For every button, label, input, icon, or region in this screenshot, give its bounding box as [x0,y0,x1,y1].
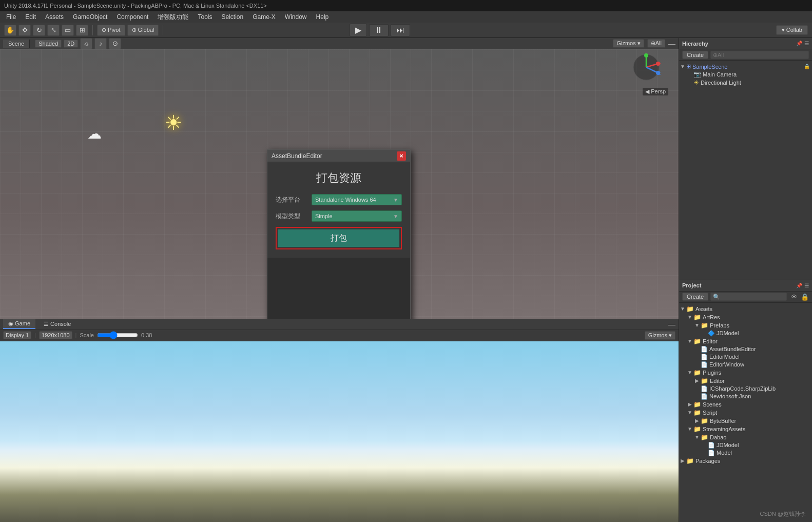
display-dropdown[interactable]: Display 1 [3,331,31,339]
scene-viewport: ☀ ☁ X Y Z [0,49,679,319]
project-assetbundleeditor[interactable]: 📄 AssetBundleEditor [679,345,812,353]
right-panels: Hierarchy 📌 ☰ Create ▼ ⊞ SampleScene 🔒 [679,38,812,522]
hierarchy-create-btn[interactable]: Create [682,51,708,59]
menu-enhanced[interactable]: 增强版功能 [153,12,192,23]
hierarchy-directional-light[interactable]: ☀ Directional Light [679,79,812,87]
pack-button[interactable]: 打包 [278,229,399,247]
platform-dropdown[interactable]: Standalone Windows 64 ▼ [312,194,402,205]
modal-close-button[interactable]: × [397,151,406,161]
project-editormodel[interactable]: 📄 EditorModel [679,353,812,361]
menu-assets[interactable]: Assets [41,12,68,22]
menu-gameobject[interactable]: GameObject [69,12,111,22]
rotate-tool-btn[interactable]: ↻ [33,25,45,36]
rect-tool-btn[interactable]: ▭ [62,25,74,36]
svg-point-8 [644,53,648,57]
menu-edit[interactable]: Edit [21,12,40,22]
project-bytebuffer[interactable]: ▶ 📁 ByteBuffer [679,417,812,425]
fx-toggle[interactable]: ⊙ [109,38,121,49]
audio-toggle[interactable]: ♪ [94,38,107,49]
project-editor-folder[interactable]: ▼ 📁 Editor [679,337,812,345]
project-scenes-folder[interactable]: ▶ 📁 Scenes [679,400,812,409]
menu-help[interactable]: Help [312,12,333,22]
game-display-bar: Display 1 | 1920x1080 | Scale 0.38 Gizmo… [0,330,679,341]
project-search-input[interactable] [710,293,787,301]
project-title: Project [682,282,796,288]
hierarchy-panel: Hierarchy 📌 ☰ Create ▼ ⊞ SampleScene 🔒 [679,38,812,280]
project-editor-sub-folder[interactable]: ▶ 📁 Editor [679,377,812,385]
project-dabao-folder[interactable]: ▼ 📁 Dabao [679,433,812,441]
hierarchy-pin-btn[interactable]: 📌 [796,41,802,46]
editor-sub-label: Editor [710,378,812,384]
project-newtonsoft[interactable]: 📄 Newtonsoft.Json [679,393,812,400]
menu-selction[interactable]: Selction [217,12,247,22]
bottom-split: ◉ Game ☰ Console — Display 1 | 1920x1080… [0,319,679,522]
2d-toggle[interactable]: 2D [64,40,78,48]
project-jdmodel-prefab[interactable]: 🔷 JDModel [679,330,812,337]
hierarchy-search-input[interactable] [710,51,809,59]
project-dabao-jdmodel[interactable]: 📄 JDModel [679,441,812,449]
assets-label: Assets [695,306,812,312]
project-menu-btn[interactable]: ☰ [804,283,809,288]
menu-gamex[interactable]: Game-X [248,12,280,22]
project-lock-btn[interactable]: 🔒 [801,293,809,301]
game-gizmos-dropdown[interactable]: Gizmos ▾ [645,331,675,340]
global-btn[interactable]: ⊕ Global [127,25,159,36]
game-tab[interactable]: ◉ Game [3,319,35,329]
resolution-dropdown[interactable]: 1920x1080 [39,331,72,339]
model-dropdown[interactable]: Simple ▼ [312,210,402,222]
transform-tool-btn[interactable]: ⊞ [76,25,88,36]
project-create-btn[interactable]: Create [682,293,708,301]
menu-bar: File Edit Assets GameObject Component 增强… [0,11,812,23]
persp-label[interactable]: ◀ Persp [643,88,668,95]
project-streamingassets-folder[interactable]: ▼ 📁 StreamingAssets [679,425,812,433]
menu-file[interactable]: File [2,12,20,22]
djm-label: JDModel [717,442,812,448]
console-tab[interactable]: ☰ Console [38,320,76,328]
menu-window[interactable]: Window [281,12,311,22]
hierarchy-menu-btn[interactable]: ☰ [804,41,809,46]
step-btn[interactable]: ⏭ [391,24,410,36]
game-minimize-btn[interactable]: — [668,320,675,328]
hierarchy-toolbar: Create [679,49,812,61]
project-editorwindow[interactable]: 📄 EditorWindow [679,361,812,369]
scene-tab[interactable]: Scene [3,40,30,48]
shading-dropdown[interactable]: Shaded [35,40,62,48]
project-icsharpcode[interactable]: 📄 ICSharpCode.SharpZipLib [679,385,812,393]
packages-arrow: ▶ [679,458,686,463]
pivot-btn[interactable]: ⊕ Pivot [97,25,125,36]
project-eye-btn[interactable]: 👁 [791,293,798,301]
project-pin-btn[interactable]: 📌 [796,283,802,288]
light-icon: ☀ [693,79,699,86]
project-prefabs-folder[interactable]: ▼ 📁 Prefabs [679,321,812,330]
scene-topbar: Scene Shaded 2D ☼ ♪ ⊙ Gizmos ▾ ⊕All — [0,38,679,49]
project-assets-folder[interactable]: ▼ 📁 Assets [679,305,812,313]
play-btn[interactable]: ▶ [350,24,367,36]
hierarchy-scene-root[interactable]: ▼ ⊞ SampleScene 🔒 [679,63,812,70]
hierarchy-main-camera[interactable]: 📷 Main Camera [679,70,812,79]
hand-tool-btn[interactable]: ✋ [4,25,16,36]
scene-lock-btn[interactable]: 🔒 [804,64,810,69]
scale-tool-btn[interactable]: ⤡ [47,25,60,36]
project-panel: Project 📌 ☰ Create 👁 🔒 ▼ 📁 Assets [679,280,812,523]
gizmos-dropdown[interactable]: Gizmos ▾ [613,39,644,48]
move-tool-btn[interactable]: ✥ [18,25,31,36]
menu-component[interactable]: Component [112,12,152,22]
pause-btn[interactable]: ⏸ [369,24,389,36]
collab-btn[interactable]: ▾ Collab [776,25,808,35]
project-script-folder[interactable]: ▼ 📁 Script [679,409,812,417]
all-dropdown[interactable]: ⊕All [647,39,665,48]
assets-arrow: ▼ [679,306,686,312]
light-toggle[interactable]: ☼ [80,38,92,49]
project-packages-folder[interactable]: ▶ 📁 Packages [679,457,812,465]
project-plugins-folder[interactable]: ▼ 📁 Plugins [679,369,812,377]
platform-value: Standalone Windows 64 [315,197,376,203]
game-background [0,341,679,522]
project-artres-folder[interactable]: ▼ 📁 ArtRes [679,313,812,321]
menu-tools[interactable]: Tools [194,12,216,22]
modal-title: AssetBundleEditor [272,152,397,160]
scale-slider[interactable] [97,332,138,338]
scene-minimize-btn[interactable]: — [668,40,675,48]
scenes-arrow: ▶ [686,401,693,407]
hierarchy-content: ▼ ⊞ SampleScene 🔒 📷 Main Camera ☀ Direct… [679,61,812,280]
project-dabao-model[interactable]: 📄 Model [679,449,812,457]
